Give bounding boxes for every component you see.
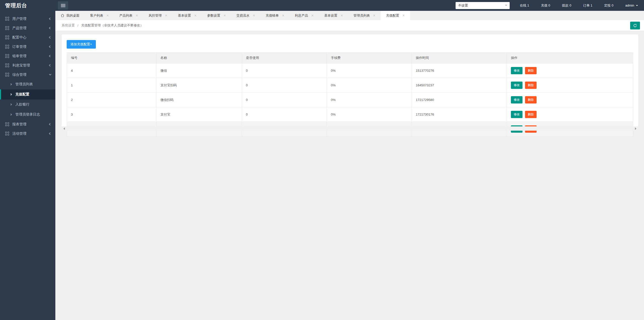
tab-recharge-config[interactable]: 充值配置× xyxy=(381,11,410,20)
tab-label: 参数设置 xyxy=(207,13,220,18)
sidebar-item-label: 综合管理 xyxy=(12,73,49,77)
grid-icon xyxy=(5,132,9,135)
sidebar-subitem-label: 管理员列表 xyxy=(15,82,33,87)
grid-icon xyxy=(5,45,9,49)
header-stat-dingtou[interactable]: 定投 0 xyxy=(604,4,614,7)
chevron-left-icon xyxy=(49,27,52,29)
sidebar-item-label: 产品管理 xyxy=(12,26,49,30)
tab-label: 交易流水 xyxy=(236,13,250,18)
user-menu[interactable]: admin xyxy=(625,4,638,7)
cell-op-time: 1721729580 xyxy=(412,93,507,107)
grid-icon xyxy=(5,26,9,30)
tab-risk-control[interactable]: 风控管理× xyxy=(143,11,173,20)
tab-close-icon[interactable]: × xyxy=(311,14,313,18)
add-recharge-config-button[interactable]: 添加充值配置+ xyxy=(67,40,96,49)
tab-close-icon[interactable]: × xyxy=(223,14,226,18)
chevron-right-icon xyxy=(10,93,12,95)
filter-select[interactable]: 不设置 xyxy=(456,2,510,9)
sidebar-subitem-label: 充值配置 xyxy=(15,92,29,97)
sidebar-subitem-admin-list[interactable]: 管理员列表 xyxy=(0,79,55,89)
delete-button[interactable]: 删除 xyxy=(525,111,537,118)
home-icon xyxy=(61,14,64,17)
tab-label: 客户列表 xyxy=(90,13,103,18)
tab-close-icon[interactable]: × xyxy=(165,14,167,18)
header-stats: 在线 1充值 0提款 0订单 1定投 0 xyxy=(520,3,625,8)
chevron-left-icon xyxy=(49,123,52,126)
edit-button[interactable]: 修改 xyxy=(511,67,522,74)
edit-button[interactable]: 修改 xyxy=(511,82,522,89)
cell-op-time: 1513770276 xyxy=(412,63,507,78)
app-title: 管理后台 xyxy=(5,0,27,11)
chevron-down-icon xyxy=(636,5,638,7)
tab-recharge-errors[interactable]: 充值错单× xyxy=(260,11,290,20)
sidebar-subitem-recharge-config[interactable]: 充值配置 xyxy=(0,89,55,99)
grid-icon xyxy=(5,73,9,77)
sidebar-item-report-mgmt[interactable]: 报表管理 xyxy=(0,120,55,129)
tab-desktop[interactable]: 我的桌面 xyxy=(55,11,85,20)
filter-select-value: 不设置 xyxy=(458,3,468,8)
tab-customer-list[interactable]: 客户列表× xyxy=(85,11,114,20)
tab-transaction-flow[interactable]: 交易流水× xyxy=(231,11,260,20)
chevron-left-icon xyxy=(49,55,52,57)
sidebar-item-label: 报表管理 xyxy=(12,122,49,127)
sidebar-item-user-mgmt[interactable]: 用户管理 xyxy=(0,14,55,23)
table-row: 1支付宝扫码00%1645073237修改删除 xyxy=(67,78,633,93)
sidebar-item-general-mgmt[interactable]: 综合管理 xyxy=(0,70,55,79)
sidebar-item-config-center[interactable]: 配置中心 xyxy=(0,33,55,42)
chevron-left-icon xyxy=(49,64,52,67)
tab-label: 管理员列表 xyxy=(353,13,370,18)
sidebar-item-lixibao-mgmt[interactable]: 利息宝管理 xyxy=(0,61,55,70)
tab-basic-settings[interactable]: 基本设置× xyxy=(173,11,202,20)
tab-close-icon[interactable]: × xyxy=(282,14,284,18)
tab-label: 产品列表 xyxy=(119,13,132,18)
cell-actions: 修改删除 xyxy=(507,107,633,122)
cell-enabled: 0 xyxy=(242,78,327,93)
sidebar-subitem-admin-login-log[interactable]: 管理员登录日志 xyxy=(0,110,55,120)
tab-close-icon[interactable]: × xyxy=(341,14,343,18)
header-stat-withdraw[interactable]: 提款 0 xyxy=(562,4,571,7)
header-stat-orders[interactable]: 订单 1 xyxy=(583,4,592,7)
tab-admin-list[interactable]: 管理员列表× xyxy=(348,11,381,20)
cell-name: 支付宝扫码 xyxy=(156,78,242,93)
header-stat-recharge[interactable]: 充值 0 xyxy=(541,4,550,7)
chevron-down-icon xyxy=(505,5,507,7)
sidebar-item-product-mgmt[interactable]: 产品管理 xyxy=(0,23,55,33)
sidebar-subitem-label: 入款银行 xyxy=(15,102,29,107)
cell-fee: 0% xyxy=(327,93,412,107)
tab-close-icon[interactable]: × xyxy=(253,14,255,18)
tab-close-icon[interactable]: × xyxy=(402,14,405,18)
tab-close-icon[interactable]: × xyxy=(194,14,196,18)
delete-button[interactable]: 删除 xyxy=(525,67,537,74)
refresh-button[interactable] xyxy=(630,22,640,29)
tab-close-icon[interactable]: × xyxy=(136,14,138,18)
tab-close-icon[interactable]: × xyxy=(373,14,375,18)
grid-icon xyxy=(5,63,9,67)
breadcrumb-separator: / xyxy=(77,24,78,27)
sidebar-subitem-deposit-bank[interactable]: 入款银行 xyxy=(0,99,55,110)
tab-close-icon[interactable]: × xyxy=(106,14,109,18)
cell-op-time: 1721730176 xyxy=(412,107,507,122)
sidebar-item-order-mgmt[interactable]: 订单管理 xyxy=(0,42,55,51)
sidebar-item-error-orders[interactable]: 错单管理 xyxy=(0,51,55,61)
edit-button[interactable]: 修改 xyxy=(511,111,522,118)
chevron-left-icon xyxy=(49,18,52,20)
tab-interest-product[interactable]: 利息产品× xyxy=(290,11,319,20)
header-stat-online[interactable]: 在线 1 xyxy=(520,4,529,7)
delete-button[interactable]: 删除 xyxy=(525,96,537,103)
table-column-header: 是否使用 xyxy=(242,53,327,63)
sidebar-toggle-button[interactable] xyxy=(58,1,68,10)
tab-product-list[interactable]: 产品列表× xyxy=(114,11,143,20)
tab-basic-settings-2[interactable]: 基本设置× xyxy=(319,11,348,20)
sidebar-item-activity-mgmt[interactable]: 活动管理 xyxy=(0,129,55,138)
scroll-right-icon[interactable] xyxy=(635,127,636,130)
refresh-icon xyxy=(633,23,637,28)
edit-button[interactable]: 修改 xyxy=(511,96,522,103)
tab-param-settings[interactable]: 参数设置× xyxy=(202,11,231,20)
tab-label: 风控管理 xyxy=(149,13,162,18)
horizontal-scrollbar[interactable] xyxy=(62,126,638,131)
scroll-left-icon[interactable] xyxy=(63,127,65,130)
chevron-down-icon xyxy=(49,73,52,76)
main-content: 添加充值配置+ 编号名称是否使用手续费操作时间操作 4微信00%15137702… xyxy=(55,31,644,320)
chevron-right-icon xyxy=(10,114,12,116)
delete-button[interactable]: 删除 xyxy=(525,82,537,89)
